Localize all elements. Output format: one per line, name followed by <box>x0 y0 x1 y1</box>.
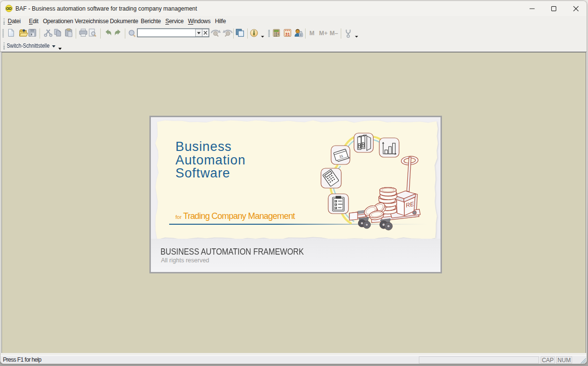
svg-text:31: 31 <box>285 32 290 37</box>
svg-text:M+: M+ <box>319 30 328 37</box>
svg-text:M–: M– <box>330 30 338 37</box>
svg-text:M: M <box>309 30 314 37</box>
